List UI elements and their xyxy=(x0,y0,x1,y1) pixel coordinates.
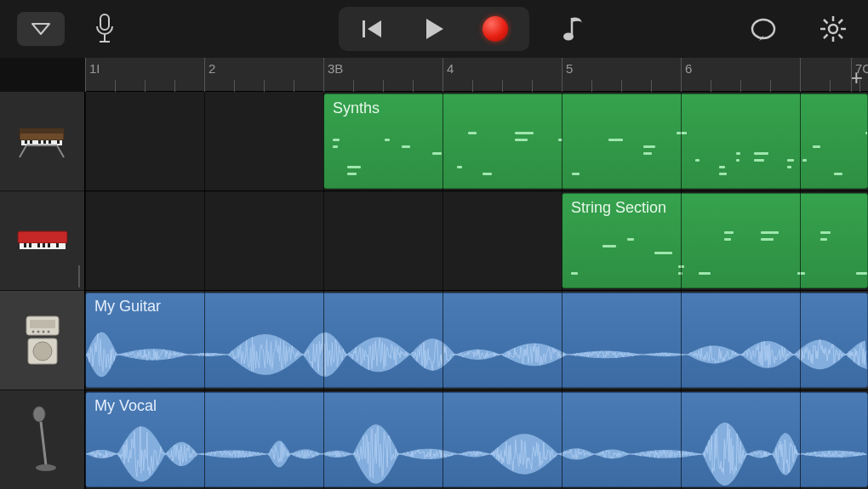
svg-rect-25 xyxy=(49,140,51,144)
gear-icon xyxy=(819,14,848,43)
svg-marker-5 xyxy=(368,20,381,37)
midi-notes xyxy=(329,132,862,181)
svg-rect-30 xyxy=(18,231,67,243)
svg-line-28 xyxy=(57,145,64,157)
svg-rect-34 xyxy=(37,243,40,247)
svg-rect-37 xyxy=(56,243,59,247)
svg-rect-4 xyxy=(363,20,365,37)
svg-point-40 xyxy=(31,331,34,333)
region-label: My Guitar xyxy=(94,298,161,316)
svg-rect-1 xyxy=(100,14,109,30)
svg-point-9 xyxy=(829,25,837,33)
arrangement-area[interactable]: Synths String Section My Guitar My Vocal xyxy=(85,92,868,489)
skip-back-icon xyxy=(361,18,385,40)
svg-marker-0 xyxy=(32,24,49,34)
svg-point-41 xyxy=(37,331,39,333)
synth-keyboard-icon xyxy=(16,123,69,159)
svg-line-15 xyxy=(839,35,843,39)
mic-stand-icon xyxy=(26,406,60,474)
toolbar xyxy=(0,0,868,58)
track-header-synths[interactable] xyxy=(0,92,84,191)
track-header-sidebar xyxy=(0,92,85,489)
svg-point-7 xyxy=(563,33,574,41)
sidebar-resize-handle[interactable] xyxy=(78,265,85,287)
settings-button[interactable] xyxy=(819,14,848,43)
microphone-icon xyxy=(94,13,116,45)
track-header-strings[interactable] xyxy=(0,191,84,291)
svg-point-45 xyxy=(33,342,52,361)
region-strings[interactable]: String Section xyxy=(562,193,868,288)
keyboard-red-icon xyxy=(16,228,69,253)
svg-rect-22 xyxy=(30,140,32,144)
track-header-vocal[interactable] xyxy=(0,390,84,489)
track-row-strings[interactable]: String Section xyxy=(85,191,868,291)
triangle-down-icon xyxy=(31,23,50,35)
waveform xyxy=(86,420,867,487)
record-button[interactable] xyxy=(465,10,526,48)
svg-line-27 xyxy=(20,145,26,157)
svg-rect-24 xyxy=(43,140,46,144)
note-pad-button[interactable] xyxy=(562,14,587,43)
svg-line-47 xyxy=(41,422,46,465)
play-button[interactable] xyxy=(403,10,465,48)
input-mic-button[interactable] xyxy=(94,13,116,45)
loop-icon xyxy=(749,16,778,42)
svg-marker-6 xyxy=(426,19,443,39)
svg-rect-36 xyxy=(48,243,50,247)
region-vocal[interactable]: My Vocal xyxy=(85,392,868,487)
svg-rect-35 xyxy=(43,243,45,247)
svg-point-8 xyxy=(752,20,774,38)
svg-rect-19 xyxy=(20,128,64,134)
musical-note-icon xyxy=(562,14,587,43)
region-guitar[interactable]: My Guitar xyxy=(85,293,868,388)
waveform xyxy=(86,321,867,388)
region-label: String Section xyxy=(571,199,666,217)
record-icon xyxy=(483,16,508,42)
play-icon xyxy=(423,17,445,41)
track-row-synths[interactable]: Synths xyxy=(85,92,868,191)
track-row-guitar[interactable]: My Guitar xyxy=(85,291,868,390)
guitar-amp-icon xyxy=(21,313,64,367)
rewind-button[interactable] xyxy=(342,10,403,48)
svg-line-14 xyxy=(824,20,828,24)
svg-rect-26 xyxy=(57,140,60,144)
timeline-ruler[interactable]: + 1I23B4567C xyxy=(85,58,868,92)
region-label: My Vocal xyxy=(94,397,157,415)
view-menu-button[interactable] xyxy=(17,12,65,46)
svg-rect-23 xyxy=(38,140,41,144)
region-label: Synths xyxy=(333,100,380,117)
svg-point-46 xyxy=(33,407,45,422)
svg-line-16 xyxy=(839,20,843,24)
track-header-guitar[interactable] xyxy=(0,291,84,390)
svg-point-43 xyxy=(47,331,49,333)
region-synths[interactable]: Synths xyxy=(323,94,868,189)
track-row-vocal[interactable]: My Vocal xyxy=(85,390,868,489)
midi-notes xyxy=(568,231,862,281)
svg-rect-33 xyxy=(29,243,31,247)
svg-point-42 xyxy=(42,331,44,333)
svg-rect-21 xyxy=(25,140,27,144)
svg-line-17 xyxy=(824,35,828,39)
svg-point-48 xyxy=(36,464,56,471)
transport-controls xyxy=(339,7,529,51)
loop-button[interactable] xyxy=(749,16,778,42)
svg-rect-32 xyxy=(24,243,26,247)
svg-rect-39 xyxy=(30,320,55,328)
